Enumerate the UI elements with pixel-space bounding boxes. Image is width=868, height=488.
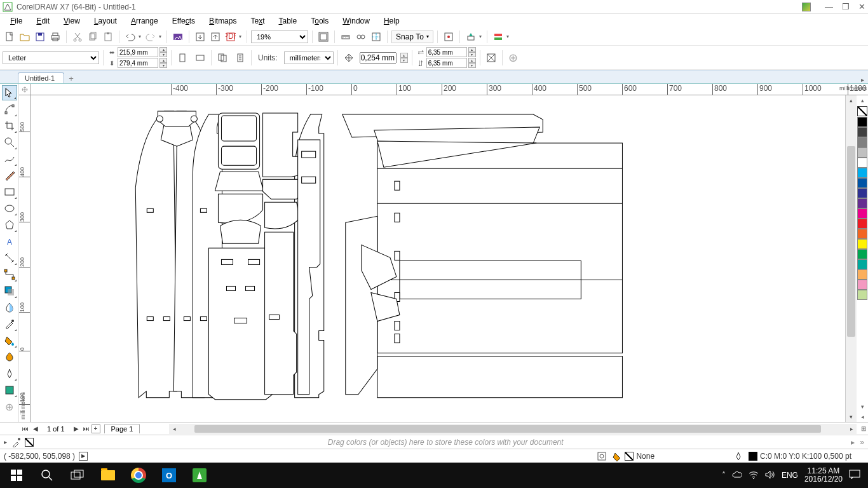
- palette-swatch[interactable]: [857, 229, 867, 239]
- language-indicator[interactable]: ENG: [782, 471, 798, 480]
- page-tab-1[interactable]: Page 1: [104, 424, 140, 433]
- horizontal-ruler[interactable]: millimeters -400-300-200-100010020030040…: [31, 84, 868, 95]
- menu-file[interactable]: File: [4, 15, 29, 27]
- search-button[interactable]: [32, 463, 62, 488]
- nudge-spinner[interactable]: ▴▾: [400, 53, 408, 63]
- palette-down-button[interactable]: ▾: [857, 402, 868, 412]
- menu-edit[interactable]: Edit: [30, 15, 56, 27]
- customize-button[interactable]: ▾: [491, 30, 510, 44]
- rectangle-tool[interactable]: [2, 184, 17, 200]
- tab-menu-button[interactable]: ▸: [857, 76, 868, 83]
- play-macro-button[interactable]: ▶: [79, 452, 88, 461]
- palette-swatch[interactable]: [857, 259, 867, 269]
- scroll-down-button[interactable]: ▾: [846, 412, 857, 422]
- action-center-button[interactable]: [849, 470, 860, 482]
- ruler-corner[interactable]: [19, 84, 31, 95]
- color-eyedropper-tool[interactable]: [2, 316, 17, 332]
- palette-no-color[interactable]: [857, 106, 867, 116]
- menu-layout[interactable]: Layout: [88, 15, 123, 27]
- zoom-tool[interactable]: [2, 135, 17, 150]
- show-rulers-button[interactable]: [339, 30, 353, 44]
- fill-tool[interactable]: [2, 383, 17, 398]
- onedrive-icon[interactable]: [732, 471, 742, 480]
- add-page-button[interactable]: +: [92, 424, 100, 433]
- freehand-tool[interactable]: [2, 151, 17, 166]
- treat-as-filled-button[interactable]: [484, 51, 498, 65]
- height-spinner[interactable]: ▴▾: [159, 58, 167, 68]
- menu-tools[interactable]: Tools: [304, 15, 335, 27]
- hscroll-thumb[interactable]: [194, 425, 821, 433]
- palette-swatch[interactable]: [857, 219, 867, 229]
- horizontal-scrollbar[interactable]: ◂ ▸: [169, 424, 857, 434]
- polygon-tool[interactable]: [2, 217, 17, 233]
- width-spinner[interactable]: ▴▾: [159, 47, 167, 57]
- zoom-select[interactable]: 19%: [251, 30, 308, 43]
- undo-button[interactable]: ▾: [123, 30, 142, 44]
- dup-y-input[interactable]: [426, 58, 467, 68]
- paste-button[interactable]: [101, 30, 115, 44]
- palette-swatch[interactable]: [857, 208, 867, 219]
- start-button[interactable]: [1, 463, 32, 488]
- portrait-button[interactable]: [175, 51, 189, 65]
- vertical-ruler[interactable]: millimeters 5004003002001000-100: [19, 95, 31, 422]
- fill-indicator-icon[interactable]: [612, 451, 622, 461]
- crop-tool[interactable]: [2, 118, 17, 133]
- import-button[interactable]: [193, 30, 207, 44]
- shape-tool[interactable]: [2, 102, 17, 117]
- color-proof-icon[interactable]: [597, 451, 607, 461]
- palette-flyout-button[interactable]: ◂: [857, 412, 868, 422]
- ellipse-tool[interactable]: [2, 201, 17, 216]
- palette-up-button[interactable]: ▴: [857, 95, 868, 105]
- doc-palette-scroll-right[interactable]: ▸: [851, 438, 855, 447]
- units-select[interactable]: millimeters: [284, 51, 334, 64]
- transparency-tool[interactable]: [2, 300, 17, 315]
- drop-shadow-tool[interactable]: [2, 283, 17, 299]
- last-page-button[interactable]: ⏭: [81, 424, 92, 434]
- palette-swatch[interactable]: [857, 239, 867, 249]
- palette-swatch[interactable]: [857, 269, 867, 280]
- palette-swatch[interactable]: [857, 117, 867, 127]
- coreldraw-taskbar-button[interactable]: [184, 463, 215, 488]
- corel-membership-icon[interactable]: [802, 3, 811, 11]
- outlook-button[interactable]: O: [154, 463, 184, 488]
- publish-pdf-button[interactable]: PDF▾: [224, 30, 243, 44]
- volume-icon[interactable]: [765, 470, 775, 481]
- palette-swatch[interactable]: [857, 147, 867, 158]
- parallel-dimension-tool[interactable]: [2, 250, 17, 266]
- minimize-button[interactable]: —: [825, 2, 833, 11]
- new-button[interactable]: [3, 30, 17, 44]
- show-grid-button[interactable]: [354, 30, 368, 44]
- export-button[interactable]: [208, 30, 222, 44]
- palette-swatch[interactable]: [857, 249, 867, 259]
- add-preset-button[interactable]: ⊕: [506, 51, 520, 65]
- chrome-button[interactable]: [123, 463, 154, 488]
- palette-swatch[interactable]: [857, 168, 867, 178]
- doc-palette-no-color[interactable]: [25, 438, 34, 447]
- nudge-input[interactable]: [360, 52, 397, 64]
- clock[interactable]: 11:25 AM 2016/12/20: [804, 467, 843, 484]
- page-height-input[interactable]: [118, 58, 158, 68]
- menu-bitmaps[interactable]: Bitmaps: [203, 15, 243, 27]
- open-button[interactable]: [18, 30, 32, 44]
- doc-palette-menu[interactable]: ▸: [4, 438, 7, 445]
- save-button[interactable]: [33, 30, 47, 44]
- fullscreen-preview-button[interactable]: [316, 30, 330, 44]
- palette-swatch[interactable]: [857, 280, 867, 290]
- scroll-left-button[interactable]: ◂: [169, 424, 179, 434]
- launch-button[interactable]: ▾: [464, 30, 483, 44]
- palette-swatch[interactable]: [857, 198, 867, 208]
- palette-swatch[interactable]: [857, 158, 867, 168]
- snap-to-dropdown[interactable]: Snap To▾: [391, 30, 433, 43]
- redo-button[interactable]: ▾: [144, 30, 163, 44]
- connector-tool[interactable]: [2, 267, 17, 282]
- menu-table[interactable]: Table: [273, 15, 304, 27]
- next-page-button[interactable]: ▶: [71, 424, 81, 434]
- quick-customize-button[interactable]: ⊕: [2, 399, 17, 414]
- menu-window[interactable]: Window: [336, 15, 376, 27]
- menu-help[interactable]: Help: [377, 15, 406, 27]
- search-content-button[interactable]: [171, 30, 185, 44]
- palette-swatch[interactable]: [857, 178, 867, 188]
- page-size-select[interactable]: Letter: [3, 51, 99, 64]
- wifi-icon[interactable]: [749, 470, 759, 481]
- task-view-button[interactable]: [62, 463, 93, 488]
